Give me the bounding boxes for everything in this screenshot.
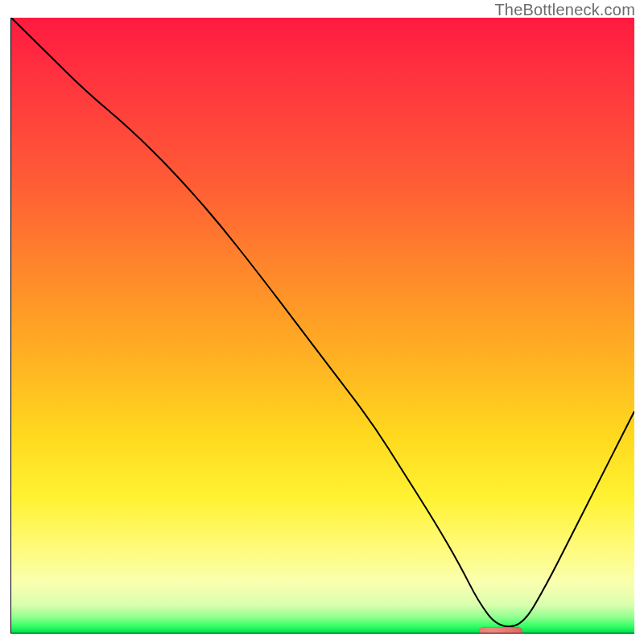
bottleneck-chart (10, 18, 634, 634)
optimal-range-marker (479, 627, 522, 634)
bottleneck-curve-path (11, 18, 634, 626)
watermark-text: TheBottleneck.com (494, 1, 635, 19)
curve-layer (11, 18, 634, 633)
